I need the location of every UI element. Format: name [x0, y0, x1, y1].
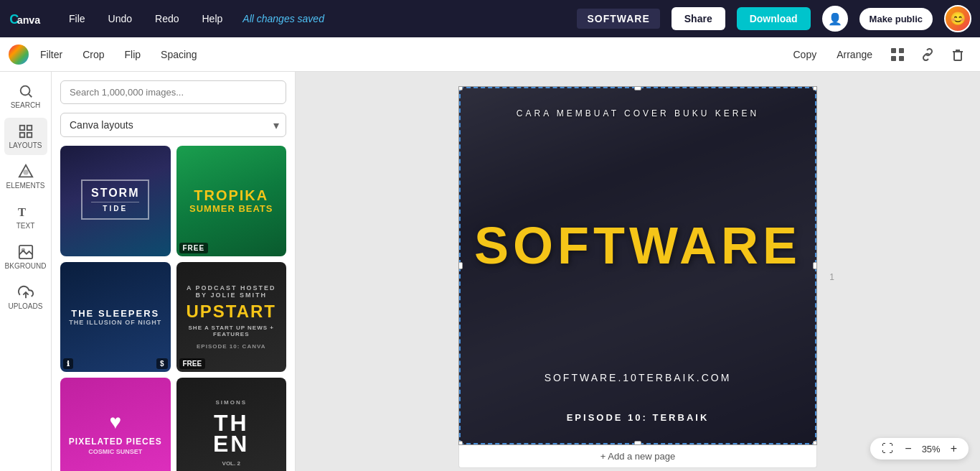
- zoom-out-button[interactable]: −: [900, 441, 915, 457]
- handle-ml[interactable]: [458, 262, 463, 269]
- zoom-in-button[interactable]: +: [946, 441, 961, 457]
- sidebar-item-search[interactable]: SEARCH: [4, 78, 47, 115]
- page-number: 1: [829, 272, 834, 282]
- svg-point-13: [24, 170, 28, 174]
- zoom-level: 35%: [919, 444, 943, 454]
- canva-logo[interactable]: C anva: [9, 9, 46, 29]
- flip-button[interactable]: Flip: [116, 45, 149, 65]
- sidebar-item-elements[interactable]: ELEMENTS: [4, 158, 47, 195]
- layout-card-upstart[interactable]: A PODCAST HOSTED BY JOLIE SMITH UPSTART …: [176, 262, 287, 373]
- arrange-button[interactable]: Arrange: [828, 45, 881, 65]
- file-menu-button[interactable]: File: [63, 10, 91, 27]
- svg-point-6: [20, 86, 29, 95]
- svg-rect-10: [19, 133, 24, 137]
- free-badge-tropika: FREE: [179, 243, 209, 253]
- svg-rect-9: [27, 126, 31, 130]
- canvas-title-big: SOFTWARE: [474, 220, 801, 271]
- make-public-button[interactable]: Make public: [859, 8, 933, 30]
- layout-dropdown[interactable]: Canva layouts: [60, 113, 286, 137]
- design-canvas[interactable]: Cara Membuat Cover Buku Keren SOFTWARE S…: [458, 86, 817, 445]
- canvas-episode: Episode 10: Terbaik: [567, 412, 710, 423]
- design-name-badge: SOFTWARE: [577, 9, 659, 29]
- sidebar-item-uploads[interactable]: UPLOADS: [4, 279, 47, 316]
- zoom-controls: ⛶ − 35% +: [870, 438, 969, 460]
- share-button[interactable]: Share: [672, 7, 725, 30]
- handle-bm[interactable]: [634, 441, 641, 445]
- svg-rect-8: [19, 126, 24, 130]
- sidebar-item-layouts[interactable]: LAYOUTS: [4, 118, 47, 155]
- navbar: C anva File Undo Redo Help All changes s…: [0, 0, 980, 37]
- copy-button[interactable]: Copy: [785, 45, 826, 65]
- saved-status: All changes saved: [242, 13, 324, 24]
- paid-badge-sleepers: $: [156, 358, 168, 369]
- search-input[interactable]: [60, 80, 286, 104]
- layout-card-tropika[interactable]: TROPIKA SUMMER BEATS FREE: [176, 146, 287, 256]
- svg-line-7: [29, 94, 32, 97]
- layouts-grid: STORM TIDE TROPIKA SUMMER BEATS FREE THE…: [60, 146, 286, 471]
- svg-rect-11: [27, 133, 31, 137]
- canvas-subtitle: Software.10Terbaik.com: [545, 372, 732, 383]
- sidebar-icons: SEARCH LAYOUTS ELEMENTS T TEXT: [0, 72, 52, 471]
- handle-br[interactable]: [813, 441, 817, 445]
- handle-mr[interactable]: [813, 262, 817, 269]
- layout-card-storm[interactable]: STORM TIDE: [60, 146, 171, 256]
- link-icon-button[interactable]: [914, 44, 941, 65]
- svg-text:T: T: [18, 205, 26, 219]
- spacing-button[interactable]: Spacing: [152, 45, 206, 65]
- avatar-white-circle: 👤: [822, 6, 848, 32]
- delete-icon-button[interactable]: [944, 44, 971, 65]
- handle-tr[interactable]: [813, 86, 817, 90]
- sidebar-item-text[interactable]: T TEXT: [4, 198, 47, 236]
- user-avatar[interactable]: 😊: [944, 5, 971, 32]
- secondary-toolbar: Filter Crop Flip Spacing Copy Arrange: [0, 37, 980, 72]
- canvas-title-small: Cara Membuat Cover Buku Keren: [517, 108, 759, 118]
- add-page-button[interactable]: + Add a new page: [458, 445, 817, 468]
- design-canvas-wrapper: Cara Membuat Cover Buku Keren SOFTWARE S…: [458, 86, 817, 468]
- handle-bl[interactable]: [458, 441, 463, 445]
- sidebar-item-background[interactable]: BKGROUND: [4, 238, 47, 276]
- handle-tl[interactable]: [458, 86, 463, 90]
- svg-rect-5: [899, 56, 904, 61]
- fullscreen-button[interactable]: ⛶: [877, 441, 897, 457]
- layout-card-sleepers[interactable]: THE SLEEPERS THE ILLUSION OF NIGHT ℹ $: [60, 262, 171, 373]
- layouts-panel: Canva layouts ▾ STORM TIDE TROPIKA SUMME…: [52, 72, 296, 471]
- svg-rect-2: [891, 48, 896, 53]
- layout-card-pixelated[interactable]: ♥ PIXELATED PIECES COSMIC SUNSET FREE: [60, 378, 171, 471]
- help-button[interactable]: Help: [197, 10, 229, 27]
- main-layout: SEARCH LAYOUTS ELEMENTS T TEXT: [0, 72, 980, 471]
- svg-rect-4: [891, 56, 896, 61]
- free-badge-upstart: FREE: [179, 358, 206, 369]
- canvas-area: Cara Membuat Cover Buku Keren SOFTWARE S…: [296, 72, 980, 471]
- grid-icon-button[interactable]: [884, 44, 911, 65]
- redo-button[interactable]: Redo: [149, 10, 184, 27]
- layout-dropdown-wrapper: Canva layouts ▾: [60, 113, 286, 137]
- crop-button[interactable]: Crop: [74, 45, 113, 65]
- handle-tm[interactable]: [634, 86, 641, 90]
- filter-button[interactable]: Filter: [32, 45, 71, 65]
- svg-text:anva: anva: [17, 14, 42, 26]
- info-badge-sleepers: ℹ: [63, 358, 73, 369]
- download-button[interactable]: Download: [737, 7, 811, 30]
- svg-rect-3: [899, 48, 904, 53]
- color-picker-button[interactable]: [9, 45, 29, 65]
- layout-card-then[interactable]: SIMONS TH EN VOL. 2: [176, 378, 287, 471]
- undo-button[interactable]: Undo: [103, 10, 138, 27]
- canvas-content: Cara Membuat Cover Buku Keren SOFTWARE S…: [459, 87, 816, 444]
